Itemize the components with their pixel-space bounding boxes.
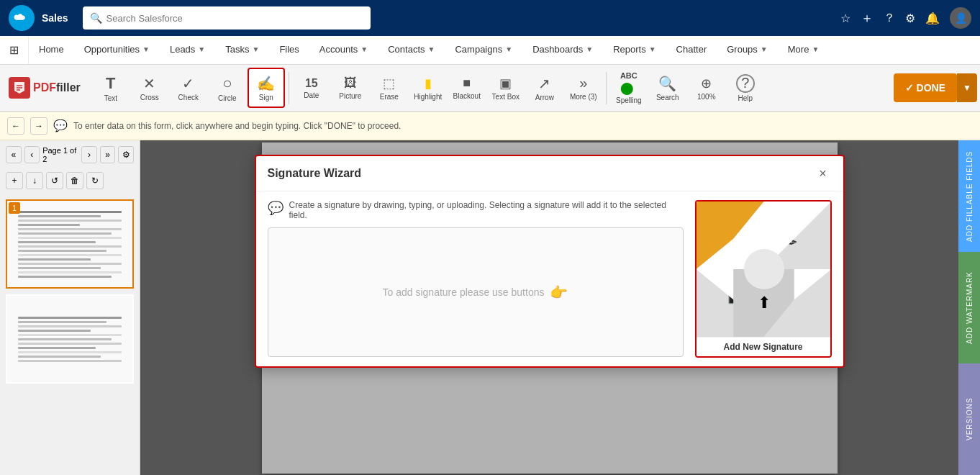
- tool-picture[interactable]: 🖼 Picture: [332, 68, 369, 108]
- nav-opportunities[interactable]: Opportunities ▼: [74, 36, 160, 64]
- pinwheel-center: [744, 249, 784, 289]
- nav-home[interactable]: Home: [29, 36, 74, 64]
- first-page-button[interactable]: «: [6, 146, 22, 163]
- last-page-button[interactable]: »: [100, 146, 116, 163]
- tool-arrow[interactable]: ↗ Arrow: [526, 68, 563, 108]
- tool-erase[interactable]: ⬚ Erase: [371, 68, 408, 108]
- add-new-signature-label: Add New Signature: [697, 337, 830, 356]
- app-grid-icon[interactable]: ⊞: [0, 36, 29, 64]
- nav-tasks[interactable]: Tasks ▼: [215, 36, 269, 64]
- refresh-button[interactable]: ↻: [86, 172, 104, 189]
- tab-add-watermark[interactable]: ADD WATERMARK: [958, 252, 980, 363]
- nav-chatter[interactable]: Chatter: [666, 36, 717, 64]
- help-icon[interactable]: ？: [884, 11, 895, 26]
- textbox-icon: ▣: [499, 76, 512, 91]
- circle-icon: ○: [222, 74, 232, 93]
- picture-icon: 🖼: [344, 76, 357, 91]
- nav-groups[interactable]: Groups ▼: [717, 36, 778, 64]
- rotate-button[interactable]: ↺: [46, 172, 63, 189]
- info-message: To enter data on this form, click anywhe…: [73, 121, 401, 131]
- more-icon: »: [579, 75, 587, 91]
- tool-date[interactable]: 15 Date: [293, 68, 330, 108]
- tab-versions[interactable]: VERSIONS: [958, 363, 980, 475]
- next-page-button[interactable]: ›: [81, 146, 97, 163]
- undo-button[interactable]: ←: [7, 117, 24, 135]
- nav-dashboards[interactable]: Dashboards ▼: [522, 36, 603, 64]
- text-icon: T: [106, 74, 115, 93]
- tool-spelling[interactable]: ABC⬤ Spelling: [610, 68, 648, 108]
- erase-icon: ⬚: [383, 76, 395, 91]
- search-icon: 🔍: [90, 12, 102, 24]
- search-bar[interactable]: 🔍: [83, 6, 371, 30]
- tool-circle[interactable]: ○ Circle: [209, 68, 246, 108]
- tool-circle-label: Circle: [218, 94, 237, 102]
- settings-page-button[interactable]: ⚙: [118, 146, 134, 163]
- check-icon: ✓: [182, 75, 194, 92]
- tool-sign[interactable]: ✍ Sign: [248, 68, 285, 108]
- hand-icon: 👉: [550, 284, 568, 301]
- pinwheel: ✍ ✒ 📷 ⬆: [697, 202, 832, 337]
- nav-more[interactable]: More ▼: [778, 36, 830, 64]
- nav-contacts[interactable]: Contacts ▼: [378, 36, 445, 64]
- modal-body: 💬 Create a signature by drawing, typing,…: [256, 191, 843, 366]
- write-icon: ✒: [784, 232, 798, 253]
- tool-help[interactable]: ? Help: [727, 68, 764, 108]
- add-page-button[interactable]: +: [6, 172, 23, 189]
- tool-blackout-label: Blackout: [453, 92, 481, 100]
- tool-textbox[interactable]: ▣ Text Box: [487, 68, 525, 108]
- settings-icon[interactable]: ⚙: [905, 12, 915, 25]
- prev-page-button[interactable]: ‹: [24, 146, 40, 163]
- nav-campaigns[interactable]: Campaigns ▼: [445, 36, 522, 64]
- add-icon[interactable]: ＋: [861, 9, 874, 27]
- main-area: « ‹ Page 1 of 2 › » ⚙ + ↓ ↺ 🗑 ↻ 1: [0, 140, 980, 475]
- tool-more[interactable]: » More (3): [565, 68, 602, 108]
- tool-search[interactable]: 🔍 Search: [649, 68, 686, 108]
- tool-cross-label: Cross: [140, 94, 159, 101]
- separator-2: [606, 72, 607, 104]
- tool-erase-label: Erase: [380, 93, 399, 101]
- modal-close-button[interactable]: ×: [815, 165, 832, 182]
- delete-page-button[interactable]: 🗑: [66, 172, 83, 189]
- nav-leads[interactable]: Leads ▼: [160, 36, 215, 64]
- help-icon: ?: [736, 74, 755, 93]
- pdf-brand: PDFfiller: [3, 74, 86, 101]
- page-nav-bar: « ‹ Page 1 of 2 › » ⚙: [6, 146, 134, 163]
- signature-draw-area[interactable]: To add signature please use buttons 👉: [268, 227, 684, 357]
- sign-icon: ✍: [257, 75, 275, 92]
- tool-cross[interactable]: ✕ Cross: [131, 68, 168, 108]
- signature-placeholder: To add signature please use buttons: [383, 286, 545, 298]
- search-tool-icon: 🔍: [658, 75, 676, 92]
- nav-files[interactable]: Files: [269, 36, 309, 64]
- draw-icon: ✍: [726, 232, 749, 254]
- tool-text[interactable]: T Text: [92, 68, 130, 108]
- search-input[interactable]: [106, 13, 363, 24]
- notifications-icon[interactable]: 🔔: [925, 12, 940, 25]
- move-down-button[interactable]: ↓: [26, 172, 43, 189]
- tab-add-fillable[interactable]: ADD FILLABLE FIELDS: [958, 140, 980, 252]
- nav-items: Home Opportunities ▼ Leads ▼ Tasks ▼ Fil…: [29, 36, 829, 64]
- signature-wizard-modal: Signature Wizard × 💬 Create a signature …: [255, 155, 845, 368]
- spelling-icon: ABC⬤: [620, 71, 638, 94]
- nav-reports[interactable]: Reports ▼: [603, 36, 666, 64]
- redo-button[interactable]: →: [30, 117, 47, 135]
- add-signature-widget: ✍ ✒ 📷 ⬆: [695, 200, 832, 358]
- tool-sign-label: Sign: [259, 94, 273, 101]
- upload-icon: ⬆: [758, 294, 771, 312]
- modal-header: Signature Wizard ×: [256, 156, 843, 191]
- comment-icon: 💬: [53, 119, 68, 132]
- done-button[interactable]: ✓ DONE: [894, 73, 957, 102]
- salesforce-logo: [9, 5, 35, 31]
- tool-textbox-label: Text Box: [492, 93, 520, 101]
- nav-accounts[interactable]: Accounts ▼: [309, 36, 378, 64]
- tool-check[interactable]: ✓ Check: [170, 68, 207, 108]
- cross-icon: ✕: [143, 75, 155, 92]
- tool-zoom[interactable]: ⊕ 100%: [688, 68, 725, 108]
- page-thumb-2[interactable]: [6, 294, 134, 384]
- tool-blackout[interactable]: ■ Blackout: [448, 68, 486, 108]
- pdf-viewer: Name Address Telephone Occupation Years …: [140, 140, 958, 475]
- page-thumb-1[interactable]: 1: [6, 199, 134, 289]
- tool-check-label: Check: [178, 94, 199, 101]
- tool-highlight[interactable]: ▮ Highlight: [409, 68, 447, 108]
- done-dropdown-button[interactable]: ▼: [957, 73, 977, 102]
- user-avatar[interactable]: 👤: [950, 7, 971, 29]
